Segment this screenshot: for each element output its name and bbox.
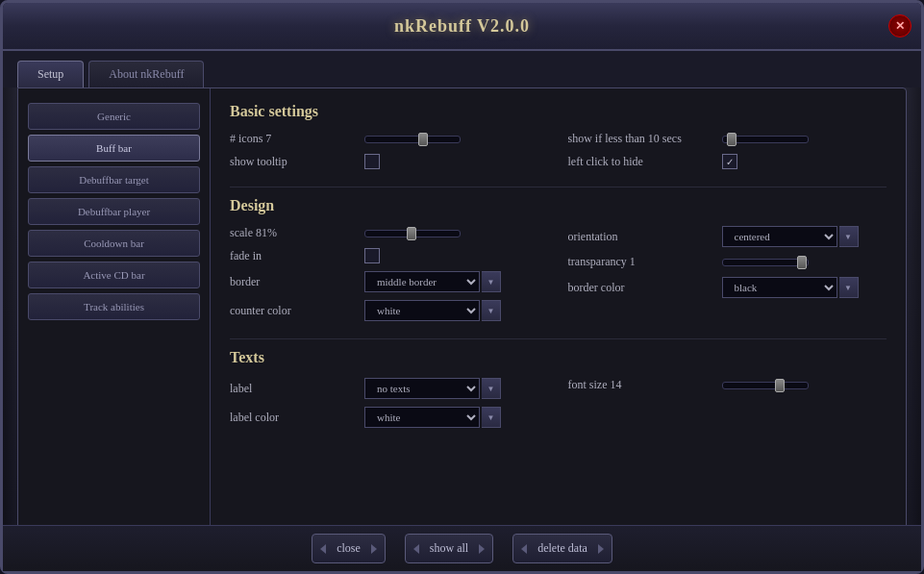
sidebar-item-active-cd-bar[interactable]: Active CD bar <box>28 262 200 288</box>
transparency-label: transparancy 1 <box>568 255 712 269</box>
sidebar-item-buff-bar[interactable]: Buff bar <box>28 135 200 162</box>
sidebar-item-debuffbar-target[interactable]: Debuffbar target <box>28 166 200 193</box>
content-area: Generic Buff bar Debuffbar target Debuff… <box>17 87 907 530</box>
transparency-row: transparancy 1 <box>568 255 887 269</box>
tab-bar: Setup About nkRebuff <box>3 51 921 87</box>
design-cols: scale 81% fade in border <box>230 226 887 329</box>
tab-setup[interactable]: Setup <box>17 61 84 87</box>
counter-color-select[interactable]: white black yellow <box>364 300 480 321</box>
texts-left: label no texts buff name time left ▼ <box>230 378 549 436</box>
label-color-select[interactable]: white black yellow <box>364 407 480 428</box>
label-color-select-container: white black yellow ▼ <box>364 407 501 428</box>
sidebar-item-generic[interactable]: Generic <box>28 103 200 130</box>
transparency-slider[interactable] <box>722 259 809 266</box>
border-color-select[interactable]: black white <box>722 277 837 298</box>
counter-color-select-container: white black yellow ▼ <box>364 300 501 321</box>
show-all-button[interactable]: show all <box>405 534 493 563</box>
show-tooltip-checkbox[interactable] <box>364 154 380 169</box>
label-select-container: no texts buff name time left ▼ <box>364 378 501 399</box>
show-if-less-value: 10 secs <box>648 132 682 145</box>
label-row: label no texts buff name time left ▼ <box>230 378 549 399</box>
left-click-row: left click to hide <box>568 154 887 169</box>
left-click-label: left click to hide <box>568 155 712 169</box>
texts-right: font size 14 <box>568 378 887 436</box>
border-color-select-container: black white ▼ <box>722 277 859 298</box>
font-size-row: font size 14 <box>568 378 887 392</box>
sidebar-item-debuffbar-player[interactable]: Debuffbar player <box>28 198 200 225</box>
show-tooltip-row: show tooltip <box>230 154 549 169</box>
show-if-less-label: show if less than 10 secs <box>568 132 712 146</box>
label-color-select-arrow[interactable]: ▼ <box>482 407 501 428</box>
label-color-row: label color white black yellow ▼ <box>230 407 549 428</box>
sidebar-item-cooldown-bar[interactable]: Cooldown bar <box>28 230 200 257</box>
close-button[interactable]: ✕ <box>888 14 912 37</box>
divider-2 <box>230 338 887 339</box>
basic-settings-right: show if less than 10 secs left click to … <box>568 132 887 177</box>
fade-in-label: fade in <box>230 249 355 263</box>
scale-value: 81% <box>256 226 277 239</box>
counter-color-select-arrow[interactable]: ▼ <box>482 300 501 321</box>
label-select-arrow[interactable]: ▼ <box>482 378 501 399</box>
show-if-less-row: show if less than 10 secs <box>568 132 887 146</box>
font-size-value: 14 <box>611 378 622 391</box>
delete-data-button[interactable]: delete data <box>512 534 612 563</box>
tab-about[interactable]: About nkRebuff <box>88 61 204 87</box>
border-color-row: border color black white ▼ <box>568 277 887 298</box>
window-title: nkRebuff V2.0.0 <box>394 16 530 37</box>
design-right: orientation centered left right ▼ <box>568 226 887 329</box>
transparency-value: 1 <box>630 255 636 268</box>
label-label: label <box>230 382 355 396</box>
orientation-label: orientation <box>568 230 712 244</box>
icons-value: 7 <box>265 132 271 145</box>
window-frame: nkRebuff V2.0.0 ✕ Setup About nkRebuff G… <box>0 0 924 574</box>
basic-settings-left: # icons 7 show tooltip <box>230 132 549 177</box>
design-title: Design <box>230 197 887 214</box>
orientation-select-arrow[interactable]: ▼ <box>839 226 859 247</box>
border-row: border no border thin border middle bord… <box>230 271 549 292</box>
scale-label: scale 81% <box>230 226 355 240</box>
counter-color-row: counter color white black yellow ▼ <box>230 300 549 321</box>
counter-color-label: counter color <box>230 304 355 318</box>
scale-row: scale 81% <box>230 226 549 240</box>
title-bar: nkRebuff V2.0.0 ✕ <box>3 3 921 51</box>
border-color-label: border color <box>568 281 712 295</box>
show-if-less-slider[interactable] <box>722 136 809 143</box>
icons-slider[interactable] <box>364 136 461 143</box>
label-color-label: label color <box>230 411 355 425</box>
icons-row: # icons 7 <box>230 132 549 146</box>
left-click-checkbox[interactable] <box>722 154 737 169</box>
bottom-bar: close show all delete data <box>3 525 921 571</box>
border-select-container: no border thin border middle border thic… <box>364 271 501 292</box>
design-left: scale 81% fade in border <box>230 226 549 329</box>
font-size-label: font size 14 <box>568 378 712 392</box>
label-select[interactable]: no texts buff name time left <box>364 378 480 399</box>
close-bottom-button[interactable]: close <box>312 534 386 563</box>
sidebar-item-track-abilities[interactable]: Track abilities <box>28 293 200 320</box>
orientation-select-container: centered left right ▼ <box>722 226 859 247</box>
basic-settings-cols: # icons 7 show tooltip <box>230 132 887 177</box>
orientation-select[interactable]: centered left right <box>722 226 837 247</box>
scale-slider[interactable] <box>364 230 461 237</box>
orientation-row: orientation centered left right ▼ <box>568 226 887 247</box>
sidebar: Generic Buff bar Debuffbar target Debuff… <box>18 88 211 529</box>
show-tooltip-label: show tooltip <box>230 155 355 169</box>
fade-in-checkbox[interactable] <box>364 248 380 263</box>
font-size-slider[interactable] <box>722 382 809 389</box>
border-label: border <box>230 275 355 289</box>
border-select-arrow[interactable]: ▼ <box>482 271 501 292</box>
divider-1 <box>230 187 887 187</box>
basic-settings-title: Basic settings <box>230 103 887 120</box>
fade-in-row: fade in <box>230 248 549 263</box>
texts-cols: label no texts buff name time left ▼ <box>230 378 887 436</box>
texts-title: Texts <box>230 349 887 366</box>
border-select[interactable]: no border thin border middle border thic… <box>364 271 480 292</box>
main-panel: Basic settings # icons 7 show tool <box>211 88 906 529</box>
icons-label: # icons 7 <box>230 132 355 146</box>
border-color-select-arrow[interactable]: ▼ <box>839 277 859 298</box>
